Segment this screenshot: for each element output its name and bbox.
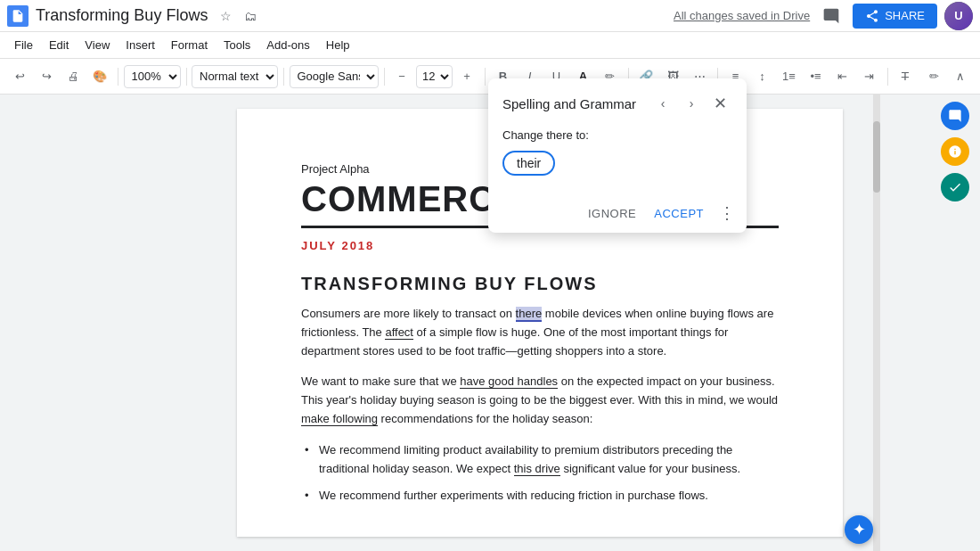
spell-change-prefix: Change <box>502 128 543 142</box>
affect-link: affect <box>385 325 413 340</box>
scrollbar-thumb[interactable] <box>873 121 880 193</box>
font-size-increase-button[interactable]: + <box>454 64 479 89</box>
right-panel-icon-2[interactable] <box>941 137 969 166</box>
menu-help[interactable]: Help <box>319 35 357 55</box>
spell-more-button[interactable]: ⋮ <box>715 201 739 226</box>
header-right: SHARE U <box>817 2 973 30</box>
toolbar-divider-4 <box>384 68 385 86</box>
this-drive-link: this drive <box>514 462 560 476</box>
paint-format-button[interactable]: 🎨 <box>87 64 112 89</box>
right-panel-icon-3[interactable] <box>941 173 969 201</box>
bullet-item-2: We recommend further experiments with re… <box>301 487 779 506</box>
pencil-mode-button[interactable]: ✏ <box>921 64 946 89</box>
undo-button[interactable]: ↩ <box>7 64 32 89</box>
toolbar-divider-2 <box>186 68 187 86</box>
folder-icon[interactable]: 🗂 <box>240 5 261 27</box>
font-size-decrease-button[interactable]: − <box>389 64 414 89</box>
bullet-list-button[interactable]: •≡ <box>804 64 829 89</box>
toolbar-divider-8 <box>887 68 888 86</box>
numbered-list-button[interactable]: 1≡ <box>777 64 802 89</box>
spell-change-label: Change there to: <box>502 128 732 142</box>
title-actions: ☆ 🗂 <box>215 5 261 27</box>
left-panel <box>0 95 150 551</box>
spell-nav: ‹ › ✕ <box>650 91 732 116</box>
star-icon[interactable]: ☆ <box>215 5 236 27</box>
corner-explore-button[interactable]: ✦ <box>845 515 873 544</box>
spell-change-word: there <box>546 128 573 142</box>
menu-addons[interactable]: Add-ons <box>259 35 316 55</box>
spell-popup-footer: IGNORE ACCEPT ⋮ <box>488 193 747 233</box>
document-title: Transforming Buy Flows <box>36 6 208 25</box>
saved-status: All changes saved in Drive <box>674 9 810 22</box>
toolbar-divider-3 <box>283 68 284 86</box>
menu-tools[interactable]: Tools <box>216 35 257 55</box>
spell-prev-button[interactable]: ‹ <box>650 91 675 116</box>
spell-suggestion-text: their <box>517 156 541 170</box>
user-avatar[interactable]: U <box>944 2 973 30</box>
spell-popup-header: Spelling and Grammar ‹ › ✕ <box>488 78 747 125</box>
section-title: TRANSFORMING BUY FLOWS <box>301 274 779 294</box>
menu-edit[interactable]: Edit <box>42 35 76 55</box>
share-label: SHARE <box>885 9 925 22</box>
menu-insert[interactable]: Insert <box>118 35 162 55</box>
menu-file[interactable]: File <box>7 35 40 55</box>
scrollbar[interactable] <box>873 95 880 551</box>
spell-close-button[interactable]: ✕ <box>707 91 732 116</box>
zoom-select[interactable]: 100% <box>124 65 181 88</box>
spell-next-button[interactable]: › <box>679 91 704 116</box>
font-select[interactable]: Google Sans <box>290 65 379 88</box>
menu-view[interactable]: View <box>78 35 117 55</box>
right-panel-icon-1[interactable] <box>941 102 969 130</box>
document-date: JULY 2018 <box>301 239 779 252</box>
line-spacing-button[interactable]: ↕ <box>750 64 775 89</box>
spell-popup-title: Spelling and Grammar <box>502 96 636 111</box>
indent-increase-button[interactable]: ⇥ <box>857 64 882 89</box>
bullet-item-1: We recommend limiting product availabili… <box>301 441 779 479</box>
redo-button[interactable]: ↪ <box>34 64 59 89</box>
menu-format[interactable]: Format <box>164 35 215 55</box>
share-button[interactable]: SHARE <box>853 4 937 29</box>
font-size-select[interactable]: 12 <box>416 65 453 88</box>
print-button[interactable]: 🖨 <box>61 64 86 89</box>
spell-grammar-popup: Spelling and Grammar ‹ › ✕ Change there … <box>488 78 747 233</box>
handles-link: have good handles <box>460 374 558 389</box>
paragraph-1: Consumers are more likely to transact on… <box>301 305 779 360</box>
toolbar-divider-1 <box>118 68 118 86</box>
clear-format-button[interactable]: T̶ <box>893 64 918 89</box>
collapse-toolbar-button[interactable]: ∧ <box>948 64 973 89</box>
spell-suggestion-their[interactable]: their <box>502 151 555 176</box>
style-select[interactable]: Normal text <box>192 65 278 88</box>
spell-popup-body: Change there to: their <box>488 125 747 193</box>
spell-change-suffix: to: <box>576 128 588 142</box>
indent-decrease-button[interactable]: ⇤ <box>830 64 855 89</box>
paragraph-2: We want to make sure that we have good h… <box>301 373 779 428</box>
following-link: make following <box>301 412 378 426</box>
google-docs-icon <box>7 5 29 27</box>
highlighted-word: there <box>516 307 543 322</box>
right-panel <box>930 95 980 551</box>
comment-button[interactable] <box>817 2 845 30</box>
title-bar: Transforming Buy Flows ☆ 🗂 All changes s… <box>0 0 980 32</box>
toolbar-divider-5 <box>485 68 486 86</box>
spell-accept-button[interactable]: ACCEPT <box>647 201 711 226</box>
spell-ignore-button[interactable]: IGNORE <box>581 201 643 226</box>
menu-bar: File Edit View Insert Format Tools Add-o… <box>0 32 980 59</box>
